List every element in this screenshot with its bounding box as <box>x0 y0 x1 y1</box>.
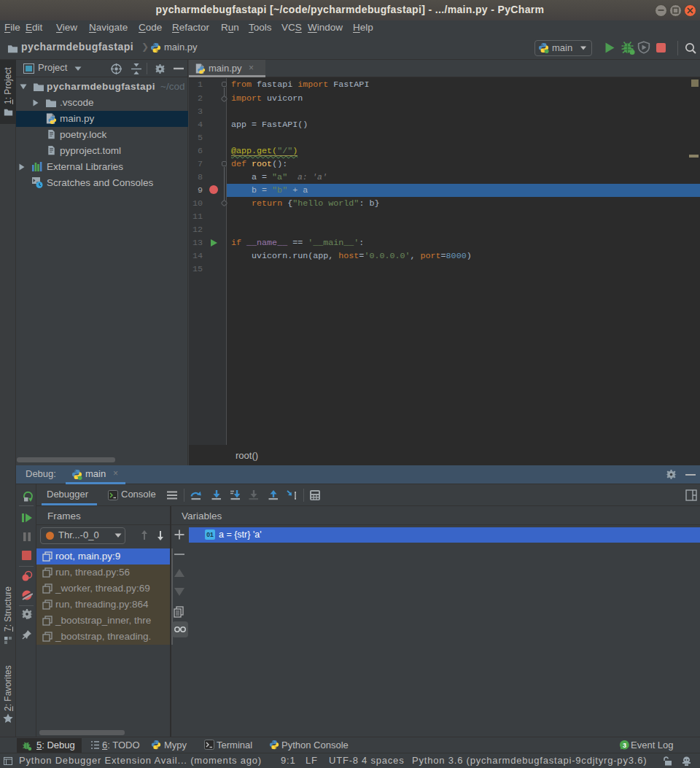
svg-text:3: 3 <box>623 742 626 749</box>
